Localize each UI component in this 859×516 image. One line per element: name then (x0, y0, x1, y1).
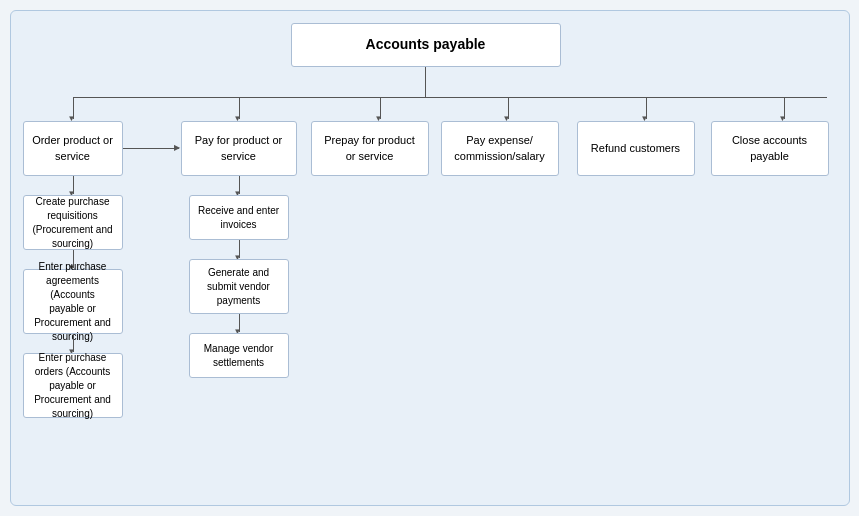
col1-sub2: Enter purchase agreements (Accounts paya… (23, 269, 123, 334)
col1-sub3: Enter purchase orders (Accounts payable … (23, 353, 123, 418)
diagram-container: Accounts payable ▼ ▼ ▼ ▼ ▼ ▼ Order produ… (10, 10, 850, 506)
title-box: Accounts payable (291, 23, 561, 67)
col2-main: Pay for product or service (181, 121, 297, 176)
col3-main: Prepay for product or service (311, 121, 429, 176)
col5-main: Refund customers (577, 121, 695, 176)
col4-main: Pay expense/ commission/salary (441, 121, 559, 176)
col1-main: Order product or service (23, 121, 123, 176)
col2-sub1: Receive and enter invoices (189, 195, 289, 240)
col1-sub1: Create purchase requisitions (Procuremen… (23, 195, 123, 250)
col2-sub2: Generate and submit vendor payments (189, 259, 289, 314)
col6-main: Close accounts payable (711, 121, 829, 176)
col2-sub3: Manage vendor settlements (189, 333, 289, 378)
